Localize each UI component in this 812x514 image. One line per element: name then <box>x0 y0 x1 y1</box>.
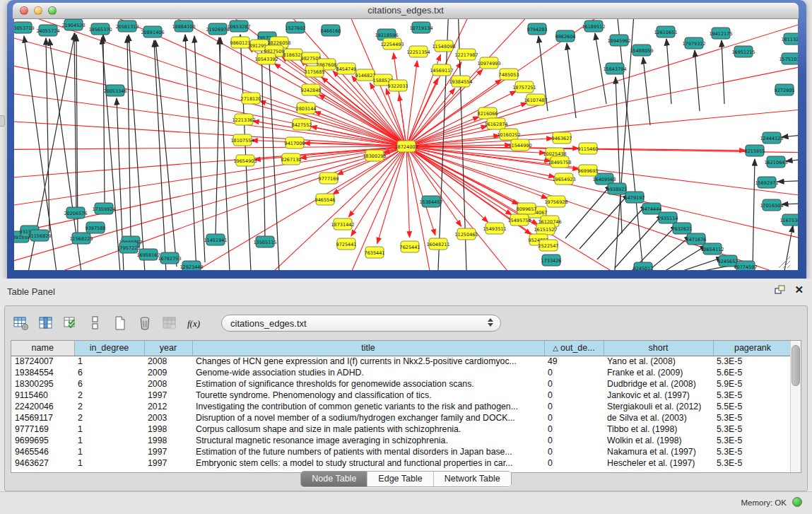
show-hide-columns-icon[interactable] <box>37 314 55 332</box>
graph-node-8471676[interactable]: 8471676 <box>686 233 707 245</box>
graph-node-18113254[interactable]: 18113254 <box>781 33 798 45</box>
graph-node-9862604[interactable]: 9862604 <box>555 30 576 42</box>
function-builder-icon[interactable]: f(x) <box>185 314 204 332</box>
graph-node-10160252[interactable]: 10160252 <box>497 129 520 140</box>
graph-node-1527602[interactable]: 1527602 <box>286 22 306 33</box>
graph-node-2803144[interactable]: 2803144 <box>296 103 317 114</box>
graph-node-12610651[interactable]: 12610651 <box>654 26 677 37</box>
graph-node-12251354[interactable]: 12251354 <box>406 46 430 57</box>
graph-node-14569117[interactable]: 14569117 <box>430 64 453 76</box>
graph-node-8215955[interactable]: 8215955 <box>745 145 765 156</box>
table-mode-icon[interactable] <box>12 314 30 332</box>
row-height-icon[interactable] <box>86 314 105 332</box>
tab-edge-table[interactable]: Edge Table <box>367 472 433 486</box>
column-header-out_de[interactable]: △out_de... <box>544 341 604 356</box>
graph-node-18724007[interactable]: 18724007 <box>394 141 418 152</box>
graph-node-15643794[interactable]: 15643794 <box>603 63 626 74</box>
graph-node-9272905[interactable]: 9272905 <box>775 84 795 95</box>
graph-node-16782753[interactable]: 16782753 <box>158 252 181 264</box>
table-row[interactable]: 969969511998Structural magnetic resonanc… <box>11 435 792 446</box>
table-selector[interactable]: citations_edges.txt <box>221 315 501 332</box>
graph-node-7485053[interactable]: 7485053 <box>499 69 519 80</box>
graph-node-12213362[interactable]: 12213362 <box>232 114 255 125</box>
graph-node-9463627[interactable]: 9463627 <box>552 132 572 144</box>
graph-node-15751074[interactable]: 15751074 <box>779 53 798 64</box>
graph-node-3175685[interactable]: 3175685 <box>305 66 325 77</box>
graph-node-10974993[interactable]: 10974993 <box>477 57 500 69</box>
graph-node-9794283[interactable]: 9794283 <box>527 23 548 35</box>
column-header-year[interactable]: year <box>144 341 192 356</box>
table-row[interactable]: 2242004622012Investigating the contribut… <box>11 401 792 412</box>
table-row[interactable]: 1830029562008Estimation of significance … <box>11 378 792 390</box>
graph-node-9699695[interactable]: 9699695 <box>578 165 599 176</box>
table-row[interactable]: 1456911722003Disruption of a novel membe… <box>11 412 792 424</box>
graph-node-17359924[interactable]: 17359924 <box>92 203 115 214</box>
delete-table-icon[interactable] <box>160 314 179 332</box>
window-titlebar[interactable]: citations_edges.txt <box>13 3 799 19</box>
graph-node-8267130[interactable]: 8267130 <box>281 153 302 165</box>
graph-node-21926974[interactable]: 21926974 <box>206 23 229 35</box>
graph-node-11548098[interactable]: 11548098 <box>432 40 455 52</box>
column-header-name[interactable]: name <box>11 341 74 356</box>
graph-node-8099657[interactable]: 8099657 <box>517 203 537 214</box>
graph-node-23053719[interactable]: 23053719 <box>14 22 35 33</box>
graph-node-9242848[interactable]: 9242848 <box>301 84 322 95</box>
graph-node-15495758[interactable]: 15495758 <box>507 214 531 226</box>
graph-node-10653287[interactable]: 10653287 <box>227 21 250 32</box>
graph-node-12254493[interactable]: 12254493 <box>380 38 404 49</box>
column-header-in_degree[interactable]: in_degree <box>74 341 144 356</box>
graph-node-11250461[interactable]: 11250461 <box>454 228 478 240</box>
float-panel-icon[interactable] <box>775 285 786 295</box>
graph-node-20053346[interactable]: 20053346 <box>103 85 126 96</box>
graph-node-18731442[interactable]: 18731442 <box>331 218 354 230</box>
graph-node-16189512[interactable]: 16189512 <box>582 21 605 32</box>
graph-node-16958167[interactable]: 16958167 <box>136 249 160 260</box>
table-row[interactable]: 946362711997Embryonic stem cells: a mode… <box>11 457 792 469</box>
graph-node-16210643[interactable]: 16210643 <box>764 156 787 168</box>
graph-node-8454749[interactable]: 8454749 <box>336 63 357 74</box>
graph-node-19384554[interactable]: 19384554 <box>449 76 472 87</box>
graph-node-15692971[interactable]: 15692971 <box>755 177 778 188</box>
canvas-resize-grip[interactable] <box>779 257 790 268</box>
network-canvas[interactable]: 2305371924055724219045281956537020581312… <box>14 19 798 270</box>
table-row[interactable]: 911546021997Tourette syndrome. Phenomeno… <box>11 390 792 401</box>
graph-node-12444128[interactable]: 12444128 <box>760 132 783 144</box>
create-column-icon[interactable] <box>111 314 129 332</box>
graph-node-9725441[interactable]: 9725441 <box>336 238 357 250</box>
column-header-pagerank[interactable]: pagerank <box>713 341 792 356</box>
graph-node-9474444[interactable]: 9474444 <box>642 203 662 214</box>
graph-node-9465546[interactable]: 9465546 <box>315 194 336 205</box>
graph-node-7632621[interactable]: 7632621 <box>672 223 693 234</box>
graph-node-18757251[interactable]: 18757251 <box>512 81 536 93</box>
graph-node-21904528[interactable]: 21904528 <box>61 19 85 30</box>
graph-node-12217987[interactable]: 12217987 <box>454 49 478 60</box>
graph-node-20891406[interactable]: 20891406 <box>141 26 164 37</box>
tab-node-table[interactable]: Node Table <box>301 472 367 486</box>
graph-node-9938923[interactable]: 9938923 <box>607 183 628 194</box>
graph-node-11568229[interactable]: 11568229 <box>69 233 93 244</box>
graph-node-9115460[interactable]: 9115460 <box>578 143 599 154</box>
graph-node-6479197[interactable]: 6479197 <box>625 192 645 203</box>
left-split-grip[interactable] <box>0 115 5 127</box>
graph-node-8427552[interactable]: 8427552 <box>292 119 312 130</box>
graph-node-7635441[interactable]: 7635441 <box>365 247 385 258</box>
graph-node-20206576[interactable]: 20206576 <box>64 207 87 218</box>
graph-node-11544990[interactable]: 11544990 <box>508 139 531 151</box>
graph-node-11675309[interactable]: 11675309 <box>779 214 798 226</box>
graph-node-12923448[interactable]: 12923448 <box>180 261 203 270</box>
graph-node-2522547[interactable]: 2522547 <box>539 240 559 251</box>
graph-node-20581312[interactable]: 20581312 <box>115 21 139 32</box>
close-panel-icon[interactable]: ✕ <box>794 285 804 295</box>
graph-node-19565370[interactable]: 19565370 <box>88 23 112 35</box>
graph-node-7625441[interactable]: 7625441 <box>400 241 420 252</box>
graph-node-10719134[interactable]: 10719134 <box>409 22 433 33</box>
vertical-scrollbar[interactable] <box>790 341 801 472</box>
graph-node-19654903[interactable]: 19654903 <box>233 155 257 166</box>
import-table-icon[interactable] <box>61 314 80 332</box>
graph-node-19654923[interactable]: 19654923 <box>552 173 575 185</box>
graph-node-8216066[interactable]: 8216066 <box>478 107 498 119</box>
graph-node-11451941[interactable]: 11451941 <box>204 234 227 245</box>
table-row[interactable]: 1938455462009Genome-wide association stu… <box>11 367 792 378</box>
graph-node-9245012[interactable]: 9245012 <box>633 262 654 270</box>
graph-node-16162874[interactable]: 16162874 <box>484 118 507 129</box>
